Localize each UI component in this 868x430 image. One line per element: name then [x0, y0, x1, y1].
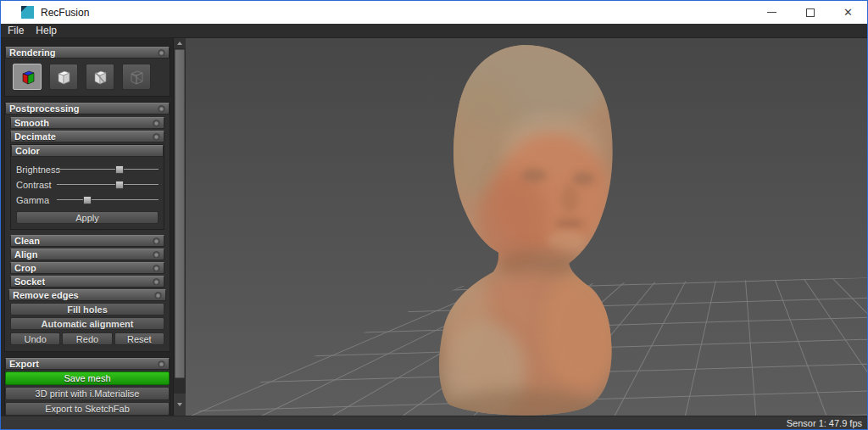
- maximize-icon: [806, 8, 815, 17]
- collapse-icon[interactable]: [153, 133, 160, 141]
- bust-model: [186, 38, 867, 416]
- collapse-icon[interactable]: [153, 265, 160, 272]
- close-button[interactable]: ✕: [829, 1, 867, 24]
- status-bar: Sensor 1: 47.9 fps: [1, 416, 867, 429]
- brightness-slider[interactable]: [57, 165, 159, 175]
- collapse-icon[interactable]: [154, 292, 162, 299]
- remove-edges-section-header[interactable]: Remove edges: [8, 289, 166, 301]
- gamma-slider[interactable]: [57, 195, 159, 205]
- reset-button[interactable]: Reset: [114, 332, 164, 345]
- app-window: RecFusion ✕ File Help Rendering: [0, 0, 868, 430]
- gamma-slider-handle[interactable]: [83, 196, 92, 204]
- render-mode-flat-button[interactable]: [86, 64, 114, 90]
- collapse-icon[interactable]: [153, 278, 160, 286]
- collapse-icon[interactable]: [153, 251, 160, 259]
- postprocessing-group: Postprocessing Smooth Decimate: [4, 102, 170, 352]
- export-header[interactable]: Export: [5, 358, 170, 370]
- flat-cube-icon: [91, 68, 109, 87]
- scroll-up-button[interactable]: [174, 38, 186, 48]
- arrow-down-icon: [177, 403, 182, 406]
- wireframe-cube-icon: [127, 68, 146, 87]
- collapse-icon[interactable]: [153, 237, 160, 245]
- clean-section-header[interactable]: Clean: [10, 235, 164, 247]
- arrow-up-icon: [177, 42, 182, 45]
- tools-sidebar: Rendering: [1, 38, 173, 416]
- window-title: RecFusion: [41, 7, 89, 19]
- contrast-row: Contrast: [11, 177, 164, 193]
- color-section-header[interactable]: Color: [11, 145, 164, 157]
- minimize-icon: [767, 12, 776, 13]
- gamma-label: Gamma: [16, 195, 57, 205]
- export-sketchfab-button[interactable]: Export to SketchFab: [5, 402, 170, 416]
- render-mode-textured-button[interactable]: [13, 64, 42, 90]
- contrast-slider-handle[interactable]: [115, 181, 124, 189]
- render-mode-wireframe-button[interactable]: [122, 64, 151, 90]
- contrast-slider[interactable]: [57, 180, 159, 190]
- menu-bar: File Help: [1, 24, 867, 38]
- postprocessing-header[interactable]: Postprocessing: [5, 103, 170, 114]
- apply-button[interactable]: Apply: [16, 211, 159, 224]
- rendering-group: Rendering: [4, 46, 170, 97]
- collapse-icon[interactable]: [153, 120, 160, 127]
- sensor-fps-status: Sensor 1: 47.9 fps: [787, 418, 862, 428]
- gamma-row: Gamma: [11, 193, 164, 208]
- title-bar[interactable]: RecFusion ✕: [1, 1, 867, 24]
- recfusion-logo-icon: [21, 6, 34, 19]
- viewport-3d[interactable]: [186, 38, 867, 416]
- collapse-icon[interactable]: [158, 49, 165, 57]
- align-section-header[interactable]: Align: [10, 249, 164, 260]
- socket-section-header[interactable]: Socket: [10, 276, 164, 288]
- smooth-section-header[interactable]: Smooth: [10, 117, 164, 129]
- crop-section-header[interactable]: Crop: [10, 262, 164, 274]
- close-icon: ✕: [843, 6, 853, 19]
- brightness-row: Brightness: [11, 162, 164, 177]
- color-group: Color Brightness Contrast: [10, 144, 164, 230]
- scroll-down-button[interactable]: [174, 394, 186, 416]
- postprocessing-title: Postprocessing: [9, 103, 80, 114]
- automatic-alignment-button[interactable]: Automatic alignment: [10, 317, 164, 330]
- redo-button[interactable]: Redo: [62, 332, 112, 345]
- sidebar-scrollbar[interactable]: [173, 38, 186, 416]
- minimize-button[interactable]: [753, 1, 791, 24]
- brightness-slider-handle[interactable]: [115, 165, 124, 174]
- rendering-title: Rendering: [9, 47, 55, 58]
- brightness-label: Brightness: [16, 165, 57, 175]
- save-mesh-button[interactable]: Save mesh: [5, 371, 170, 385]
- scrollbar-thumb[interactable]: [175, 49, 185, 378]
- export-group: Export Save mesh 3D print with i.Materia…: [4, 357, 170, 416]
- menu-help[interactable]: Help: [36, 25, 57, 36]
- collapse-icon[interactable]: [158, 360, 165, 368]
- maximize-button[interactable]: [791, 1, 829, 24]
- decimate-section-header[interactable]: Decimate: [10, 131, 164, 142]
- print-imaterialise-button[interactable]: 3D print with i.Materialise: [5, 387, 170, 400]
- undo-button[interactable]: Undo: [10, 332, 60, 345]
- solid-cube-icon: [54, 68, 73, 87]
- rendering-header[interactable]: Rendering: [5, 47, 170, 59]
- contrast-label: Contrast: [16, 180, 57, 190]
- collapse-icon[interactable]: [158, 105, 165, 113]
- menu-file[interactable]: File: [8, 25, 24, 36]
- textured-cube-icon: [18, 68, 36, 87]
- render-mode-solid-button[interactable]: [49, 64, 78, 90]
- fill-holes-button[interactable]: Fill holes: [10, 303, 164, 316]
